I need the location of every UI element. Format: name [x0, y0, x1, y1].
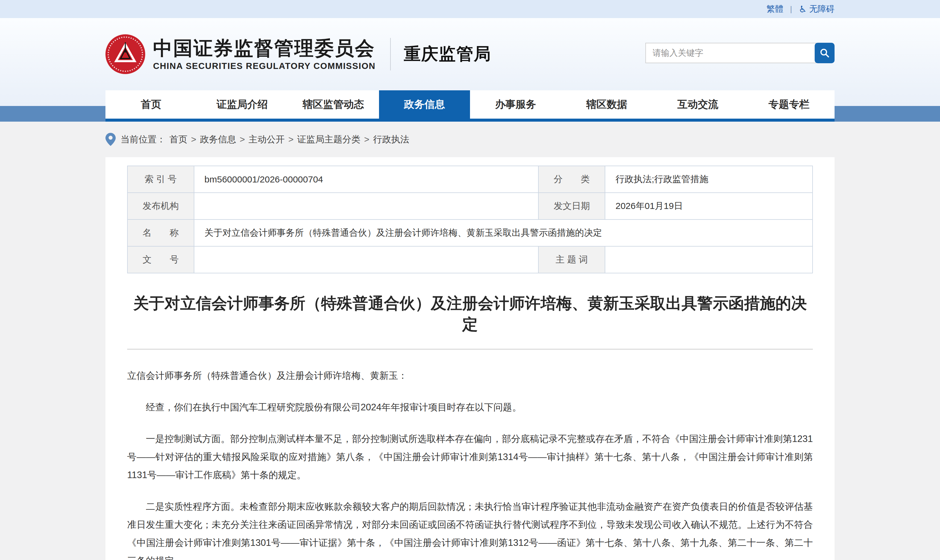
nav-side-band-left — [0, 106, 105, 122]
breadcrumb: 当前位置： 首页 > 政务信息 > 主动公开 > 证监局主题分类 > 行政执法 — [120, 133, 409, 146]
meta-value-issue-date: 2026年01月19日 — [605, 193, 812, 220]
nav-item-bureau-intro[interactable]: 证监局介绍 — [197, 90, 288, 118]
csrc-logo-icon — [105, 34, 145, 74]
header-divider — [390, 38, 391, 71]
breadcrumb-separator: > — [288, 134, 294, 145]
accessibility-label: 无障碍 — [809, 3, 835, 15]
nav-item-services[interactable]: 办事服务 — [470, 90, 561, 118]
meta-label-category: 分 类 — [538, 166, 605, 193]
meta-value-subject-words — [605, 246, 812, 273]
breadcrumb-government-info[interactable]: 政务信息 — [200, 133, 236, 146]
breadcrumb-bar: 当前位置： 首页 > 政务信息 > 主动公开 > 证监局主题分类 > 行政执法 — [0, 122, 940, 157]
location-pin-icon — [105, 133, 116, 146]
meta-label-index-number: 索 引 号 — [128, 166, 194, 193]
top-utility-bar: 繁體 | ♿ 无障碍 — [0, 0, 940, 18]
breadcrumb-separator: > — [240, 134, 245, 145]
nav-item-home[interactable]: 首页 — [105, 90, 197, 118]
main-nav: 首页 证监局介绍 辖区监管动态 政务信息 办事服务 辖区数据 互动交流 专题专栏 — [105, 90, 835, 122]
breadcrumb-prefix: 当前位置： — [120, 133, 166, 146]
meta-value-document-number — [194, 246, 539, 273]
accessibility-link[interactable]: ♿ 无障碍 — [799, 3, 835, 15]
paragraph-salutation: 立信会计师事务所（特殊普通合伙）及注册会计师许培梅、黄新玉： — [127, 367, 813, 385]
nav-item-regional-data[interactable]: 辖区数据 — [561, 90, 653, 118]
org-name-en: CHINA SECURITIES REGULATORY COMMISSION — [153, 61, 376, 71]
traditional-chinese-link[interactable]: 繁體 — [766, 3, 783, 15]
table-row: 名 称 关于对立信会计师事务所（特殊普通合伙）及注册会计师许培梅、黄新玉采取出具… — [128, 220, 812, 246]
meta-value-category: 行政执法;行政监管措施 — [605, 166, 812, 193]
bureau-name: 重庆监管局 — [404, 43, 492, 66]
breadcrumb-admin-enforcement[interactable]: 行政执法 — [373, 133, 409, 146]
table-row: 索 引 号 bm56000001/2026-00000704 分 类 行政执法;… — [128, 166, 812, 193]
meta-label-document-number: 文 号 — [128, 246, 194, 273]
search-icon — [820, 48, 830, 58]
nav-item-regional-updates[interactable]: 辖区监管动态 — [288, 90, 379, 118]
org-name-block: 中国证券监督管理委员会 CHINA SECURITIES REGULATORY … — [153, 38, 376, 71]
meta-value-issuing-agency — [194, 193, 539, 220]
wheelchair-icon: ♿ — [799, 4, 807, 14]
search-box — [645, 43, 835, 63]
title-divider — [127, 349, 813, 350]
meta-value-name: 关于对立信会计师事务所（特殊普通合伙）及注册会计师许培梅、黄新玉采取出具警示函措… — [194, 220, 812, 246]
nav-item-special-topics[interactable]: 专题专栏 — [744, 90, 835, 118]
breadcrumb-proactive-disclosure[interactable]: 主动公开 — [248, 133, 285, 146]
breadcrumb-separator: > — [191, 134, 196, 145]
meta-label-issue-date: 发文日期 — [538, 193, 605, 220]
table-row: 发布机构 发文日期 2026年01月19日 — [128, 193, 812, 220]
meta-label-name: 名 称 — [128, 220, 194, 246]
paragraph-issue-1: 一是控制测试方面。部分控制点测试样本量不足，部分控制测试所选取样本存在偏向，部分… — [127, 430, 813, 484]
paragraph-issue-2: 二是实质性程序方面。未检查部分期末应收账款余额较大客户的期后回款情况；未执行恰当… — [127, 498, 813, 560]
nav-item-interaction[interactable]: 互动交流 — [652, 90, 744, 118]
breadcrumb-home[interactable]: 首页 — [170, 133, 187, 146]
nav-band: 首页 证监局介绍 辖区监管动态 政务信息 办事服务 辖区数据 互动交流 专题专栏 — [0, 90, 940, 122]
table-row: 文 号 主 题 词 — [128, 246, 812, 273]
org-name-cn: 中国证券监督管理委员会 — [153, 38, 376, 59]
nav-side-band-right — [835, 106, 940, 122]
document-meta-table: 索 引 号 bm56000001/2026-00000704 分 类 行政执法;… — [127, 166, 813, 273]
meta-value-index-number: bm56000001/2026-00000704 — [194, 166, 539, 193]
meta-label-subject-words: 主 题 词 — [538, 246, 605, 273]
site-header: 中国证券监督管理委员会 CHINA SECURITIES REGULATORY … — [0, 18, 940, 90]
breadcrumb-separator: > — [364, 134, 370, 145]
traditional-chinese-label: 繁體 — [766, 3, 783, 15]
content-panel: 索 引 号 bm56000001/2026-00000704 分 类 行政执法;… — [105, 157, 835, 560]
meta-label-issuing-agency: 发布机构 — [128, 193, 194, 220]
page-title: 关于对立信会计师事务所（特殊普通合伙）及注册会计师许培梅、黄新玉采取出具警示函措… — [127, 293, 813, 335]
nav-item-government-info[interactable]: 政务信息 — [379, 90, 470, 118]
paragraph-intro: 经查，你们在执行中国汽车工程研究院股份有限公司2024年年报审计项目时存在以下问… — [127, 398, 813, 416]
topbar-separator: | — [790, 5, 792, 14]
breadcrumb-topic-category[interactable]: 证监局主题分类 — [297, 133, 361, 146]
search-button[interactable] — [815, 43, 835, 63]
document-body: 立信会计师事务所（特殊普通合伙）及注册会计师许培梅、黄新玉： 经查，你们在执行中… — [127, 367, 813, 560]
search-input[interactable] — [645, 43, 817, 63]
